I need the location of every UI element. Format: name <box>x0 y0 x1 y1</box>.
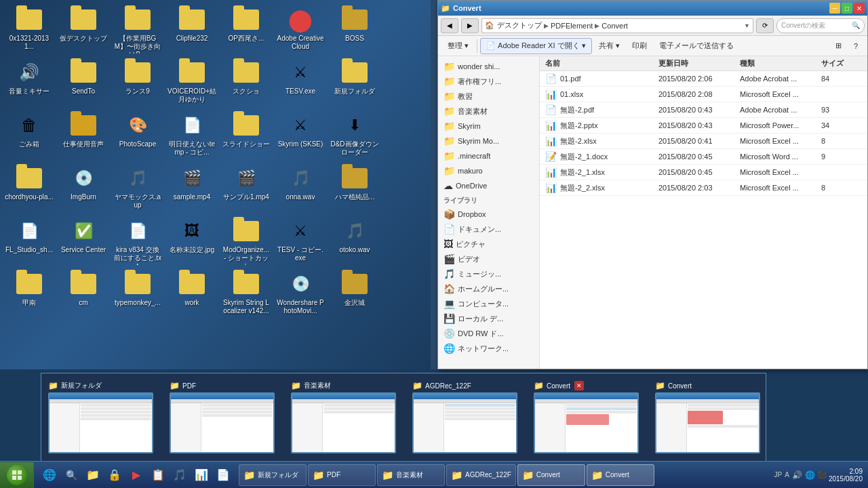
address-dropdown[interactable]: ▼ <box>744 22 750 29</box>
desktop-icon-dnd[interactable]: ⬇ D&D画像ダウンローダー <box>329 109 380 162</box>
desktop-icon-temp[interactable]: 📄 明日使えないtemp - コピ... <box>166 109 218 162</box>
desktop-icon-workvoice[interactable]: 仕事使用音声 <box>58 109 109 162</box>
desktop-icon-clipfile[interactable]: Clipfile232 <box>166 3 218 56</box>
tray-ime[interactable]: A <box>785 471 789 479</box>
desktop-icon-bgm[interactable]: 【作業用BGM】〜街歩き向けB... <box>112 3 163 56</box>
nav-item-pictures[interactable]: 🖼 ピクチャ <box>438 237 539 251</box>
desktop-icon-voiceroid[interactable]: VOICEROID+結月ゆかり <box>166 56 218 109</box>
quick-btn-excel[interactable]: 📊 <box>191 465 212 485</box>
desktop-icon-adobe-cc[interactable]: ⬤ Adobe Creative Cloud <box>275 3 326 56</box>
desktop-icon-desktop[interactable]: 仮デスクトップ <box>58 3 109 56</box>
desktop-icon-yamamox[interactable]: 🎵 ヤマモックス.aup <box>112 162 163 215</box>
desktop-icon-wondershare[interactable]: 💿 Wondershare PhotoMovi... <box>275 268 326 321</box>
quick-btn-explorer[interactable]: 📁 <box>83 465 103 485</box>
open-reader-button[interactable]: 📄 Adobe Reader XI で開く ▾ <box>480 38 592 54</box>
desktop-icon-flstudio[interactable]: 📄 FL_Studio_sh... <box>3 215 55 268</box>
file-row[interactable]: 📄 01.pdf 2015/08/20 2:06 Adobe Acrobat .… <box>540 71 867 87</box>
desktop-icon-chord[interactable]: chordhyou-pla... <box>3 162 55 215</box>
file-row[interactable]: 📄 無題-2.pdf 2015/08/20 0:43 Adobe Acrobat… <box>540 102 867 118</box>
quick-btn-media[interactable]: 📋 <box>148 465 168 485</box>
desktop-icon-kanazawa[interactable]: 金沢城 <box>329 268 380 321</box>
desktop-icon-unnamed-jpg[interactable]: 🖼 名称未設定.jpg <box>166 215 218 268</box>
nav-item-wondershi[interactable]: 📁 wonder shi... <box>438 59 539 74</box>
tray-volume[interactable]: 🔊 <box>792 470 802 480</box>
thumbnail-5[interactable] <box>534 392 639 453</box>
nav-item-makuro[interactable]: 📁 makuro <box>438 163 539 178</box>
file-row[interactable]: 📊 無題-2.pptx 2015/08/20 0:43 Microsoft Po… <box>540 118 867 134</box>
desktop-icon-op[interactable]: OP西尾さ... <box>220 3 272 56</box>
close-button[interactable]: ✕ <box>854 3 865 14</box>
desktop-icon-sample-mp4[interactable]: 🎬 sample.mp4 <box>166 162 218 215</box>
search-bar[interactable]: Convertの検索 🔍 <box>776 18 865 33</box>
nav-item-skyrim[interactable]: 📁 Skyrim <box>438 119 539 134</box>
file-row[interactable]: 📊 無題-2_1.xlsx 2015/08/20 0:45 Microsoft … <box>540 165 867 180</box>
quick-btn-lock[interactable]: 🔒 <box>104 465 125 485</box>
nav-item-documents[interactable]: 📄 ドキュメン... <box>438 222 539 237</box>
share-button[interactable]: 共有 ▾ <box>593 38 625 54</box>
desktop-icon-boss[interactable]: BOSS <box>329 3 380 56</box>
view-button[interactable]: ⊞ <box>830 38 847 54</box>
desktop-icon-tesv[interactable]: ⚔ TESV.exe <box>275 56 326 109</box>
file-row[interactable]: 📊 01.xlsx 2015/08/20 2:08 Microsoft Exce… <box>540 87 867 102</box>
nav-item-computer[interactable]: 💻 コンピュータ... <box>438 296 539 311</box>
col-size[interactable]: サイズ <box>821 58 862 68</box>
quick-btn-ie[interactable]: 🌐 <box>39 465 60 485</box>
maximize-button[interactable]: □ <box>842 3 852 14</box>
file-row[interactable]: 📝 無題-2_1.docx 2015/08/20 0:45 Microsoft … <box>540 149 867 165</box>
desktop-icon-imgburn[interactable]: 💿 ImgBurn <box>58 162 109 215</box>
refresh-button[interactable]: ⟳ <box>756 18 774 33</box>
taskbar-item-convert-1[interactable]: 📁 Convert <box>517 464 585 486</box>
taskbar-item-convert-2[interactable]: 📁 Convert <box>587 464 654 486</box>
quick-btn-fl[interactable]: 🎵 <box>170 465 190 485</box>
desktop-icon-screenshot[interactable]: スクショ <box>220 56 272 109</box>
nav-item-homegroup[interactable]: 🏠 ホームグルー... <box>438 281 539 296</box>
col-type[interactable]: 種類 <box>740 58 821 68</box>
tray-network[interactable]: 🌐 <box>805 470 815 480</box>
desktop-icon-photoscape[interactable]: 🎨 PhotoScape <box>112 109 163 162</box>
nav-item-music-lib[interactable]: 🎵 ミュージッ... <box>438 266 539 281</box>
start-button[interactable] <box>0 462 34 488</box>
address-bar[interactable]: 🏠 デスクトップ ▶ PDFElement ▶ Convert ▼ <box>481 18 753 33</box>
nav-item-skyrimmo[interactable]: 📁 Skyrim Mo... <box>438 134 539 148</box>
tray-lang[interactable]: JP <box>774 471 783 479</box>
nav-item-onedrive[interactable]: ☁ OneDrive <box>438 178 539 193</box>
desktop-icon-tesv-copy[interactable]: ⚔ TESV - コピー.exe <box>275 215 326 268</box>
nav-item-dvd[interactable]: 💿 DVD RW ド... <box>438 326 539 341</box>
col-name[interactable]: 名前 <box>545 58 658 68</box>
desktop-icon-konan[interactable]: 甲南 <box>3 268 55 321</box>
nav-item-network[interactable]: 🌐 ネットワーク... <box>438 341 539 356</box>
tray-battery[interactable]: ⬛ <box>818 471 826 479</box>
quick-btn-pdf[interactable]: 📄 <box>213 465 233 485</box>
nav-item-dropbox[interactable]: 📦 Dropbox <box>438 207 539 222</box>
minimize-button[interactable]: ─ <box>829 3 840 14</box>
desktop-icon-skyrim-localizer[interactable]: Skyrim String Localizer v142... <box>220 268 272 321</box>
taskbar-item-newfolder[interactable]: 📁 新規フォルダ <box>239 464 307 486</box>
desktop-icon-skyrim-skse[interactable]: ⚔ Skyrim (SKSE) <box>275 109 326 162</box>
quick-btn-chrome[interactable]: 🔍 <box>61 465 81 485</box>
print-button[interactable]: 印刷 <box>627 38 652 54</box>
forward-button[interactable]: ▶ <box>461 18 479 33</box>
email-button[interactable]: 電子メールで送信する <box>654 38 739 54</box>
nav-item-minecraft[interactable]: 📁 .minecraft <box>438 148 539 163</box>
desktop-icon-kira[interactable]: 📄 kira v834 交換前にすること.txt <box>112 215 163 268</box>
taskbar-item-pdf[interactable]: 📁 PDF <box>308 464 376 486</box>
desktop-icon-servicecenter[interactable]: ✅ Service Center <box>58 215 109 268</box>
nav-item-video[interactable]: 🎬 ビデオ <box>438 251 539 266</box>
desktop-icon-sendto[interactable]: SendTo <box>58 56 109 109</box>
desktop-icon-newfolder[interactable]: 新規フォルダ <box>329 56 380 109</box>
nav-item-local-disk[interactable]: 💾 ローカル デ... <box>438 311 539 326</box>
nav-item-music[interactable]: 📁 音楽素材 <box>438 104 539 119</box>
nav-item-lessons[interactable]: 📁 教習 <box>438 89 539 104</box>
desktop-icon-onna-wav[interactable]: 🎵 onna.wav <box>275 162 326 215</box>
desktop-icon-cm[interactable]: cm <box>58 268 109 321</box>
thumbnail-1[interactable] <box>48 392 153 453</box>
thumbnail-2[interactable] <box>170 392 275 453</box>
desktop-icon-slideshow[interactable]: スライドショー <box>220 109 272 162</box>
back-button[interactable]: ◀ <box>441 18 458 33</box>
desktop-icon-trash[interactable]: 🗑 ごみ箱 <box>3 109 55 162</box>
file-row[interactable]: 📊 無題-2_2.xlsx 2015/08/20 2:03 Microsoft … <box>540 180 867 196</box>
organize-button[interactable]: 整理 ▾ <box>442 38 474 54</box>
thumbnail-6[interactable] <box>655 392 760 453</box>
desktop-icon-0x1321[interactable]: 0x1321-20131... <box>3 3 55 56</box>
desktop-icon-otoko-wav[interactable]: 🎵 otoko.wav <box>329 215 380 268</box>
